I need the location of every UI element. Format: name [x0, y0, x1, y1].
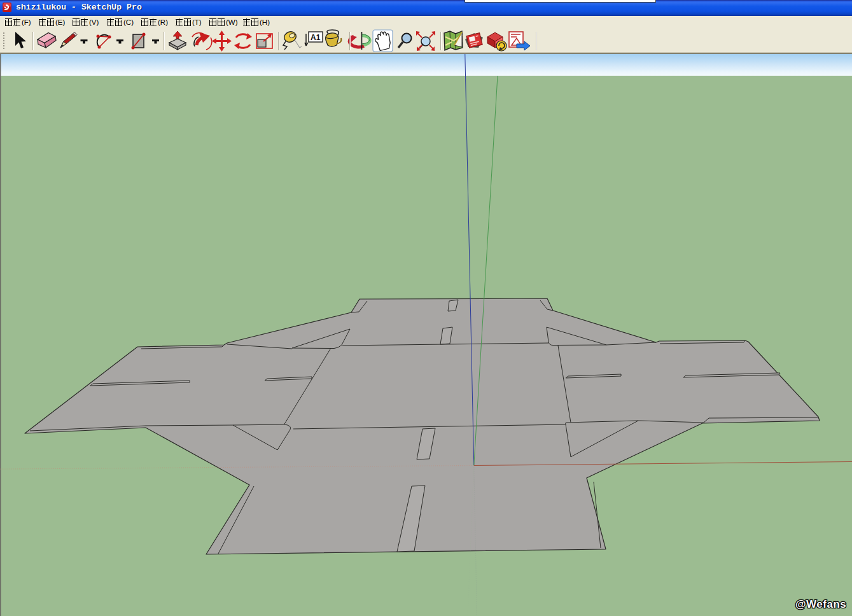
svg-text:@Wefans: @Wefans: [795, 598, 846, 610]
svg-text:A1: A1: [311, 33, 321, 42]
